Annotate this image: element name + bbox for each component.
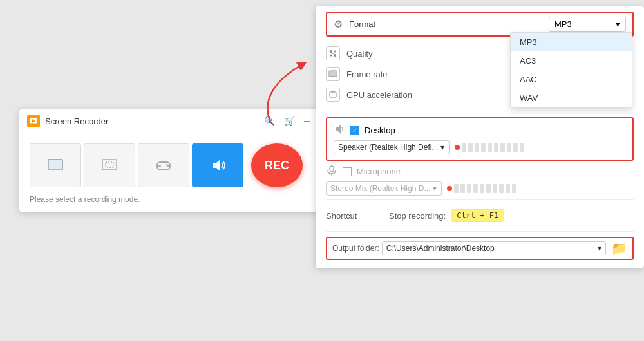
mic-vol-seg-2 — [460, 184, 465, 193]
vol-seg-4 — [481, 143, 486, 152]
format-option-ac3[interactable]: AC3 — [511, 51, 632, 70]
output-path-value: C:\Users\Administrator\Desktop — [386, 244, 495, 253]
mic-vol-seg-8 — [499, 184, 504, 193]
mic-section: Microphone Stereo Mix (Realtek High D...… — [326, 165, 634, 196]
vol-seg-3 — [475, 143, 479, 152]
format-option-aac[interactable]: AAC — [511, 70, 632, 89]
desktop-volume-bar — [455, 143, 524, 152]
format-selected-value: MP3 — [554, 19, 572, 29]
format-dropdown-menu: MP3 AC3 AAC WAV — [510, 32, 632, 108]
rec-button[interactable]: REC — [251, 143, 303, 187]
mic-header: Microphone — [326, 165, 634, 178]
quality-label: Quality — [346, 49, 372, 59]
stop-recording-label: Stop recording: — [389, 211, 446, 221]
desktop-label: Desktop — [365, 125, 395, 135]
svg-rect-3 — [48, 160, 62, 170]
format-section: ⚙ Format MP3 ▾ MP3 AC3 AAC WAV — [326, 12, 634, 37]
mic-label: Microphone — [357, 167, 401, 176]
mic-vol-seg-9 — [506, 184, 510, 193]
quality-icon — [326, 46, 340, 60]
desktop-audio-header: ✓ Desktop — [334, 124, 626, 137]
output-path-dropdown-arrow[interactable]: ▾ — [598, 244, 601, 253]
vol-indicator — [455, 145, 460, 150]
cart-button[interactable]: 🛒 — [284, 116, 295, 126]
divider-3 — [326, 231, 634, 232]
desktop-checkbox[interactable]: ✓ — [350, 126, 359, 135]
app-title: Screen Recorder — [45, 116, 264, 126]
title-bar: Screen Recorder 🔍 🛒 ─ ✕ — [19, 109, 335, 133]
vol-seg-2 — [468, 143, 473, 152]
mic-vol-seg-7 — [493, 184, 497, 193]
svg-point-14 — [334, 51, 336, 53]
app-icon — [27, 115, 40, 127]
svg-marker-11 — [213, 160, 220, 171]
fullscreen-mode-btn[interactable] — [30, 143, 81, 187]
output-folder-label: Output folder: — [332, 244, 379, 253]
vol-seg-5 — [488, 143, 492, 152]
svg-point-10 — [167, 165, 169, 167]
shortcut-label: Shortcut — [326, 211, 371, 221]
mic-volume-bar — [447, 184, 516, 193]
mic-vol-seg-5 — [480, 184, 484, 193]
folder-browse-icon[interactable]: 📁 — [611, 241, 627, 256]
desktop-device-name: Speaker (Realtek High Defi... — [338, 143, 438, 152]
vol-seg-1 — [462, 143, 466, 152]
vol-seg-9 — [513, 143, 518, 152]
audio-mode-btn[interactable] — [192, 143, 243, 187]
mic-checkbox[interactable] — [343, 167, 352, 176]
svg-rect-27 — [330, 166, 334, 172]
gpu-label: GPU acceleration — [346, 90, 412, 100]
divider-2 — [326, 199, 634, 200]
svg-point-16 — [334, 54, 336, 57]
output-path-input[interactable]: C:\Users\Administrator\Desktop ▾ — [382, 241, 606, 255]
mic-vol-seg-10 — [512, 184, 516, 193]
desktop-audio-icon — [334, 124, 345, 137]
svg-rect-5 — [106, 162, 113, 167]
desktop-device-select[interactable]: Speaker (Realtek High Defi... ▾ — [334, 140, 450, 154]
gear-icon: ⚙ — [334, 18, 343, 30]
gamepad-mode-btn[interactable] — [138, 143, 189, 187]
svg-rect-4 — [102, 160, 117, 170]
format-row: ⚙ Format MP3 ▾ — [334, 17, 626, 32]
svg-rect-22 — [330, 92, 336, 97]
desktop-device-arrow: ▾ — [440, 143, 444, 152]
format-label: Format — [349, 19, 375, 29]
mic-device-row: Stereo Mix (Realtek High D... ▾ — [326, 181, 634, 196]
vol-seg-10 — [520, 143, 524, 152]
svg-point-9 — [166, 164, 167, 165]
svg-point-17 — [332, 53, 334, 54]
screen-recorder-panel: Screen Recorder 🔍 🛒 ─ ✕ — [19, 109, 335, 212]
format-dropdown-arrow: ▾ — [616, 19, 620, 29]
svg-point-13 — [330, 50, 332, 53]
region-mode-btn[interactable] — [84, 143, 135, 187]
mic-device-name: Stereo Mix (Realtek High D... — [330, 184, 430, 193]
search-button[interactable]: 🔍 — [264, 116, 275, 126]
mic-vol-indicator — [447, 186, 452, 191]
mic-device-select[interactable]: Stereo Mix (Realtek High D... ▾ — [326, 181, 442, 196]
svg-marker-26 — [336, 125, 341, 134]
mic-icon — [326, 165, 337, 178]
format-dropdown[interactable]: MP3 ▾ — [549, 17, 626, 32]
mic-vol-seg-6 — [486, 184, 491, 193]
vol-seg-8 — [507, 143, 511, 152]
recorder-content: REC Please select a recording mode. — [19, 133, 335, 212]
desktop-audio-section: ✓ Desktop Speaker (Realtek High Defi... … — [326, 117, 634, 161]
shortcut-keys: Ctrl + F1 — [451, 209, 504, 222]
desktop-device-row: Speaker (Realtek High Defi... ▾ — [334, 140, 626, 154]
svg-point-15 — [330, 55, 332, 57]
shortcut-section: Shortcut Stop recording: Ctrl + F1 — [316, 204, 644, 227]
vol-seg-7 — [500, 143, 505, 152]
frame-rate-icon — [326, 67, 340, 81]
output-folder-section: Output folder: C:\Users\Administrator\De… — [326, 237, 634, 260]
settings-panel: ⚙ Format MP3 ▾ MP3 AC3 AAC WAV Quality — [316, 6, 644, 268]
mic-vol-seg-3 — [467, 184, 471, 193]
mic-device-arrow: ▾ — [433, 184, 437, 193]
frame-rate-label: Frame rate — [346, 69, 388, 79]
format-option-wav[interactable]: WAV — [511, 89, 632, 107]
minimize-button[interactable]: ─ — [304, 116, 310, 126]
format-option-mp3[interactable]: MP3 — [511, 33, 632, 51]
mic-vol-seg-4 — [473, 184, 478, 193]
divider-1 — [326, 113, 634, 113]
status-text: Please select a recording mode. — [30, 195, 325, 204]
gpu-icon — [326, 88, 340, 102]
